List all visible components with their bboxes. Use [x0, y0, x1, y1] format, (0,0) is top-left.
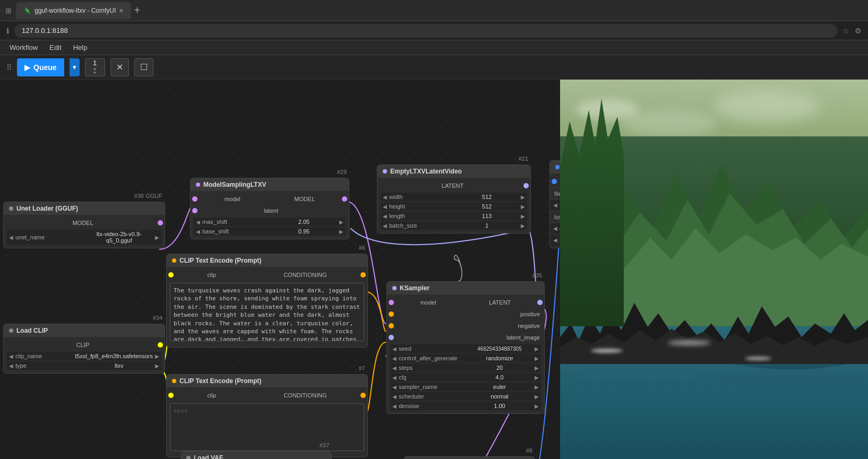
clip-pos-text-input[interactable]: The turquoise waves crash against the da…: [170, 283, 364, 341]
node-id-6: #6: [359, 245, 365, 251]
canvas-area[interactable]: #36 GGUF Unet Loader (GGUF) MODEL ◀ unet…: [0, 80, 868, 459]
unet-name-right-arrow[interactable]: ▶: [155, 235, 159, 240]
ms-model-input-port[interactable]: [192, 196, 197, 202]
ks-control-left[interactable]: ◀: [392, 356, 397, 361]
sw-method-left[interactable]: ◀: [553, 237, 557, 243]
unet-name-left-arrow[interactable]: ◀: [9, 235, 13, 240]
el-batch-value: 1: [455, 222, 519, 229]
ks-latent-output[interactable]: [537, 300, 543, 305]
sw-fps-left[interactable]: ◀: [553, 202, 557, 208]
ks-seed-right[interactable]: ▶: [535, 346, 539, 352]
el-length-left[interactable]: ◀: [383, 213, 387, 219]
clip-pos-cond-output[interactable]: [360, 272, 366, 278]
node-id-7: #7: [359, 365, 365, 371]
stop-button[interactable]: ☐: [134, 58, 153, 76]
ks-scheduler-label: scheduler: [399, 393, 465, 400]
unet-name-value: ltx-video-2b-v0.9-q5_0.gguf: [85, 231, 153, 244]
ms-model-output-port[interactable]: [342, 196, 347, 202]
ks-denoise-left[interactable]: ◀: [392, 403, 397, 409]
el-width-value: 512: [455, 194, 519, 200]
el-length-right[interactable]: ▶: [521, 213, 525, 219]
ks-cfg-left[interactable]: ◀: [392, 375, 397, 380]
clip-neg-text-input[interactable]: text: [170, 403, 364, 451]
el-height-label: height: [389, 203, 453, 210]
address-input[interactable]: [14, 24, 837, 38]
queue-button[interactable]: ▶ Queue: [17, 58, 64, 76]
ks-negative-input[interactable]: [389, 323, 394, 328]
new-tab-button[interactable]: +: [134, 4, 141, 16]
sw-quality-left[interactable]: ◀: [553, 226, 557, 231]
clip-neg-clip-input[interactable]: [168, 393, 174, 398]
clip-pos-header: CLIP Text Encode (Prompt): [167, 254, 367, 267]
ks-scheduler-right[interactable]: ▶: [535, 394, 539, 400]
el-height-right[interactable]: ▶: [521, 204, 525, 210]
clip-type-left[interactable]: ◀: [9, 363, 13, 369]
ks-denoise-right[interactable]: ▶: [535, 403, 539, 409]
ks-scheduler-left[interactable]: ◀: [392, 394, 397, 400]
el-latent-output-port[interactable]: [523, 183, 529, 188]
ks-cfg-value: 4.0: [467, 374, 532, 380]
clip-name-field: ◀ clip_name t5xxl_fp8_e4m3fn.safetensors…: [7, 352, 161, 360]
image-preview: [560, 80, 868, 459]
ks-cfg-field: ◀ cfg 4.0 ▶: [390, 373, 541, 382]
sw-images-input[interactable]: [552, 179, 557, 184]
clip-pos-clip-label: clip: [208, 272, 217, 278]
clip-name-left[interactable]: ◀: [9, 353, 13, 359]
ks-control-right[interactable]: ▶: [535, 356, 539, 361]
count-down-arrow[interactable]: ▼: [93, 71, 97, 75]
ks-seed-left[interactable]: ◀: [392, 346, 397, 352]
ks-sampler-label: sampler_name: [399, 384, 465, 390]
active-tab[interactable]: 🦎 gguf-workflow-ltxv - ComfyUI ×: [16, 2, 131, 19]
ks-steps-value: 20: [467, 365, 532, 371]
clip-name-value: t5xxl_fp8_e4m3fn.safetensors: [75, 353, 153, 359]
preview-background: [560, 80, 868, 459]
ks-sampler-value: euler: [467, 384, 532, 390]
menu-workflow[interactable]: Workflow: [4, 41, 43, 54]
clip-output-port[interactable]: [158, 342, 163, 348]
ks-cfg-right[interactable]: ▶: [535, 375, 539, 380]
clip-name-right[interactable]: ▶: [155, 353, 159, 359]
ms-latent-label: latent: [264, 207, 278, 214]
ms-model-output-label: MODEL: [294, 196, 315, 202]
ks-sampler-left[interactable]: ◀: [392, 384, 397, 390]
ks-seed-value: 466254334887305: [467, 346, 532, 352]
ms-max-shift-left[interactable]: ◀: [196, 219, 200, 225]
foam-1: [591, 349, 623, 353]
menu-edit[interactable]: Edit: [44, 41, 66, 54]
ms-max-shift-right[interactable]: ▶: [339, 219, 343, 225]
info-icon: ℹ: [6, 27, 9, 35]
vae-decode-node: #8 VAE Decode samples IMAGE vae: [403, 456, 535, 459]
el-width-right[interactable]: ▶: [521, 194, 525, 200]
queue-dropdown-button[interactable]: ▾: [70, 58, 80, 76]
tab-close-button[interactable]: ×: [119, 7, 123, 14]
cancel-button[interactable]: ✕: [110, 58, 129, 76]
queue-count-steppers[interactable]: ▲ ▼: [93, 67, 97, 75]
tab-title: gguf-workflow-ltxv - ComfyUI: [35, 7, 116, 14]
ms-latent-port[interactable]: [192, 208, 197, 213]
el-width-left[interactable]: ◀: [383, 194, 387, 200]
ms-base-shift-right[interactable]: ▶: [339, 229, 343, 235]
cloud-2: [622, 110, 717, 136]
ks-negative-row: negative: [387, 320, 544, 332]
ks-steps-right[interactable]: ▶: [535, 365, 539, 371]
el-batch-right[interactable]: ▶: [521, 223, 525, 229]
ks-model-input[interactable]: [389, 300, 394, 305]
clip-neg-header: CLIP Text Encode (Prompt): [167, 375, 367, 387]
ms-base-shift-left[interactable]: ◀: [196, 229, 200, 235]
toolbar: ⠿ ▶ Queue ▾ 1 ▲ ▼ ✕ ☐: [0, 55, 868, 80]
ks-steps-left[interactable]: ◀: [392, 365, 397, 371]
model-output-port[interactable]: [158, 220, 163, 226]
clip-neg-cond-output[interactable]: [360, 393, 366, 398]
model-sampling-title: ModelSamplingLTXV: [203, 181, 266, 188]
el-height-left[interactable]: ◀: [383, 204, 387, 210]
ks-sampler-right[interactable]: ▶: [535, 384, 539, 390]
ks-positive-input[interactable]: [389, 311, 394, 317]
el-batch-left[interactable]: ◀: [383, 223, 387, 229]
ks-latent-input[interactable]: [389, 335, 394, 340]
clip-pos-clip-input[interactable]: [168, 272, 174, 278]
clip-neg-cond-label: CONDITIONING: [283, 392, 326, 399]
menu-help[interactable]: Help: [68, 41, 93, 54]
load-clip-title: Load CLIP: [16, 327, 48, 334]
clip-type-right[interactable]: ▶: [155, 363, 159, 369]
clip-type-field: ◀ type ltxv ▶: [7, 361, 161, 370]
